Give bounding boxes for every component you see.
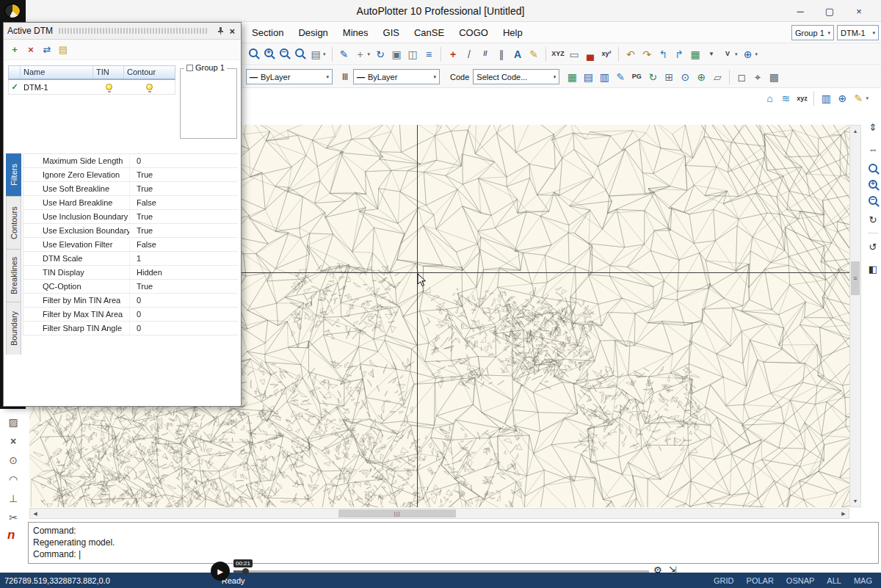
property-row[interactable]: Filter Sharp TIN Angle0	[23, 322, 238, 335]
scroll-down-icon[interactable]: ▼	[850, 496, 860, 507]
vertical-scrollbar-thumb[interactable]: ≡	[851, 261, 860, 295]
zoom-out-icon[interactable]	[280, 48, 289, 57]
draw-pencil-icon[interactable]: ✎	[338, 47, 351, 62]
menu-cogo[interactable]: COGO	[452, 23, 496, 43]
selection-window-icon[interactable]: ◻	[735, 70, 748, 84]
plot-icon[interactable]: ▤	[309, 47, 322, 62]
update-points-icon[interactable]: ↻	[646, 70, 659, 84]
close-icon[interactable]: ×	[229, 26, 235, 37]
panel-header[interactable]: Active DTM ×	[4, 23, 241, 40]
code-grid-icon[interactable]: ▦	[565, 70, 579, 84]
maximize-button[interactable]: ▢	[823, 4, 836, 18]
column-tin[interactable]: TIN	[93, 66, 124, 79]
chevron-down-icon[interactable]: ▾	[431, 74, 436, 80]
group-combobox[interactable]: Group 1 ▾	[791, 25, 834, 40]
property-value[interactable]: 0	[130, 322, 238, 335]
command-window[interactable]: Command: Regenerating model. Command: |	[28, 522, 879, 564]
scroll-right-icon[interactable]: ▶	[838, 509, 849, 518]
point-style-icon[interactable]: ⊙	[678, 70, 692, 84]
lineweight-combobox[interactable]: — ByLayer ▾	[353, 69, 440, 84]
viewport-icon[interactable]: ▣	[390, 47, 403, 62]
node-snap-icon[interactable]: +	[354, 47, 367, 62]
dtm-grid-header[interactable]: Name TIN Contour	[8, 65, 175, 80]
refresh-dtm-icon[interactable]: ⇄	[40, 43, 54, 57]
tab-filters[interactable]: Filters	[6, 153, 21, 196]
zoom-window-icon[interactable]	[249, 48, 258, 57]
property-row[interactable]: Maximum Side Length0	[23, 154, 238, 168]
property-value[interactable]: True	[130, 224, 238, 237]
video-progress-track[interactable]	[233, 570, 649, 573]
home-view-icon[interactable]: ⌂	[763, 91, 776, 106]
horizontal-scrollbar[interactable]: ◀ ||| ▶	[29, 508, 849, 519]
property-value[interactable]: 0	[130, 308, 238, 321]
property-row[interactable]: DTM Scale1	[23, 252, 238, 266]
jump-forward-icon[interactable]: ↱	[672, 47, 686, 62]
world-icon[interactable]: ⊕	[742, 47, 755, 62]
property-row[interactable]: Use Hard BreaklineFalse	[23, 196, 238, 210]
property-row[interactable]: Filter by Min TIN Area0	[23, 294, 238, 308]
menu-help[interactable]: Help	[496, 23, 530, 43]
fullscreen-icon[interactable]: ⇲	[669, 565, 677, 576]
tab-breaklines[interactable]: Breaklines	[6, 249, 21, 302]
add-points-icon[interactable]: ⊞	[662, 70, 675, 84]
xyz-icon[interactable]: XYZ	[551, 47, 565, 62]
property-row[interactable]: Use Inclusion BoundaryTrue	[23, 210, 238, 224]
toggle-polar[interactable]: POLAR	[747, 576, 774, 585]
property-value[interactable]: True	[130, 280, 238, 293]
chevron-down-icon[interactable]: ▾	[825, 30, 830, 36]
video-progress-knob[interactable]	[242, 568, 249, 575]
view-point-icon-dropdown[interactable]: ▾	[735, 51, 738, 57]
zoom-in-icon[interactable]	[869, 180, 877, 189]
toggle-osnap[interactable]: OSNAP	[786, 576, 815, 585]
mirror-icon[interactable]: ◫	[406, 47, 419, 62]
property-value[interactable]: 1	[130, 252, 238, 265]
property-value[interactable]: True	[130, 182, 238, 195]
split-line-icon[interactable]: //	[479, 47, 492, 62]
tab-contours[interactable]: Contours	[6, 196, 21, 249]
zoom-out-icon[interactable]	[869, 196, 877, 205]
lineweight-icon[interactable]: |||	[338, 70, 352, 84]
close-button[interactable]: ×	[852, 4, 866, 18]
undo-icon[interactable]: ↶	[624, 47, 637, 62]
trim-icon[interactable]: ✂	[7, 510, 20, 525]
chevron-down-icon[interactable]: ▾	[870, 30, 875, 36]
property-value[interactable]: Hidden	[130, 266, 238, 279]
jump-back-icon[interactable]: ↰	[656, 47, 670, 62]
zoom-extents-icon[interactable]	[295, 48, 304, 57]
pan-icon[interactable]: ⇔	[866, 142, 880, 156]
scroll-left-icon[interactable]: ◀	[30, 509, 40, 518]
linetype-combobox[interactable]: — ByLayer ▾	[246, 69, 333, 84]
bulb-icon[interactable]	[146, 84, 153, 90]
view-point-icon[interactable]: V	[721, 47, 734, 62]
ruler-icon[interactable]: ▭	[568, 47, 581, 62]
annotate-point-icon[interactable]: ✎	[614, 70, 627, 84]
node-snap-icon-dropdown[interactable]: ▾	[368, 51, 371, 57]
property-row[interactable]: Use Exclusion BoundaryTrue	[23, 224, 238, 238]
raster-grid-icon[interactable]: ▦	[689, 47, 702, 62]
xyz-label-icon[interactable]: xyz	[795, 91, 808, 106]
horizontal-scrollbar-thumb[interactable]: |||	[338, 509, 456, 518]
world-icon-dropdown[interactable]: ▾	[755, 51, 758, 57]
insert-vertex-icon[interactable]: +	[446, 47, 460, 62]
quick-draw-icon-dropdown[interactable]: ▾	[866, 95, 869, 101]
scroll-up-icon[interactable]: ▲	[850, 126, 860, 137]
toggle-mag[interactable]: MAG	[854, 576, 872, 585]
property-value[interactable]: False	[130, 238, 238, 251]
note-icon[interactable]: n	[7, 528, 15, 542]
menu-canse[interactable]: CanSE	[407, 23, 452, 43]
data-table-icon[interactable]: ▥	[819, 91, 833, 106]
toggle-grid[interactable]: GRID	[714, 576, 734, 585]
point-group-icon[interactable]: PG	[630, 70, 643, 84]
dtm-combobox[interactable]: DTM-1 ▾	[837, 25, 879, 40]
break-line-icon[interactable]: /	[463, 47, 476, 62]
dtm-row[interactable]: ✓ DTM-1	[8, 80, 175, 95]
selection-group-icon[interactable]: ▩	[767, 70, 780, 84]
pick-point-icon[interactable]: ⌖	[751, 70, 764, 84]
menu-mines[interactable]: Mines	[336, 23, 376, 43]
property-row[interactable]: Use Soft BreaklineTrue	[23, 182, 238, 196]
property-value[interactable]: True	[130, 210, 238, 223]
view-pane-icon[interactable]: ◧	[866, 261, 880, 276]
fit-height-icon[interactable]: ⇕	[866, 120, 880, 134]
chevron-down-icon[interactable]: ▾	[324, 74, 329, 80]
property-row[interactable]: Ignore Zero ElevationTrue	[23, 168, 238, 182]
